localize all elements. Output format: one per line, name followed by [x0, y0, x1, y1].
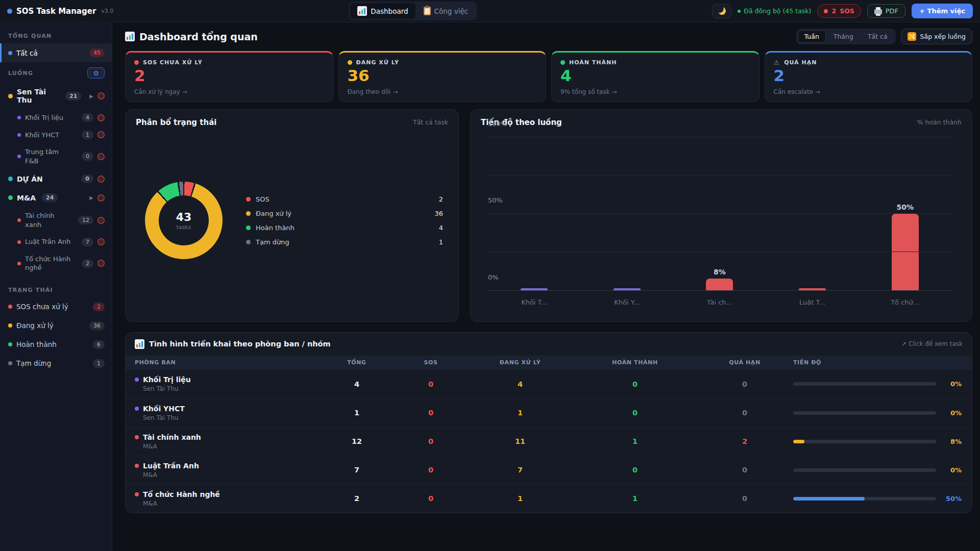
column-header-4: HOÀN THÀNH [574, 359, 696, 366]
department-cell: Luật Trần AnhM&A [135, 462, 318, 479]
tab-tasks[interactable]: Công việc [416, 3, 476, 19]
column-header-5: QUÁ HẠN [696, 359, 793, 366]
status-count-badge: 6 [93, 340, 105, 349]
stat-card-footer: Cần xử lý ngay → [134, 88, 324, 95]
charts-row: Phân bổ trạng thái Tất cả task 43 tasks … [125, 109, 972, 322]
table-row-4[interactable]: Tổ chức Hành nghềM&A2011050% [126, 484, 972, 513]
main-nav-tabs: Dashboard Công việc [349, 2, 477, 20]
sidebar-item-all-label: Tất cả [16, 49, 38, 57]
sos-cell: 0 [395, 466, 467, 474]
sidebar-flow-2-child-2[interactable]: Tổ chức Hành nghề2 [0, 251, 112, 277]
progress-cell: 8% [793, 438, 963, 445]
progress-bar [793, 497, 936, 500]
target-icon[interactable] [97, 92, 105, 99]
sidebar-flow-0-child-2[interactable]: Trung tâm F&B0 [0, 143, 112, 169]
bar-4[interactable] [892, 214, 919, 291]
stat-card-footer: Đang theo dõi → [348, 88, 537, 95]
table-row-3[interactable]: Luật Trần AnhM&A707000% [126, 456, 972, 484]
bar-category-label: Tổ chứ... [859, 298, 951, 306]
flow-list: Sen Tài Thu21▶Khối Trị liệu4Khối YHCT1Tr… [0, 83, 112, 277]
section-header-status: TRẠNG THÁI [0, 282, 112, 297]
sidebar-item-all[interactable]: Tất cả 45 [0, 43, 112, 62]
table-row-2[interactable]: Tài chính xanhM&A12011128% [126, 427, 972, 456]
flow-child-dot-icon [17, 262, 21, 265]
bar-2[interactable] [706, 279, 733, 291]
progress-bar [793, 440, 936, 443]
flow-child-label: Luật Trần Anh [25, 237, 71, 246]
target-icon[interactable] [97, 176, 105, 183]
stat-card-3[interactable]: ⚠QUÁ HẠN2Cần escalate → [765, 51, 973, 102]
period-tab-2[interactable]: Tất cả [861, 30, 894, 43]
moon-icon [718, 7, 726, 15]
table-row-0[interactable]: Khối Trị liệuSen Tài Thu404000% [126, 370, 972, 398]
legend-item-0: SOS2 [246, 192, 443, 206]
stat-card-0[interactable]: SOS CHƯA XỬ LÝ2Cần xử lý ngay → [125, 51, 333, 102]
sidebar-status-2[interactable]: Hoàn thành6 [0, 335, 112, 354]
stat-card-2[interactable]: HOÀN THÀNH49% tổng số task → [551, 51, 760, 102]
bar-slot-0 [488, 137, 581, 291]
sync-status: Đã đồng bộ (45 task) [738, 7, 811, 15]
target-icon[interactable] [97, 238, 105, 245]
department-group: M&A [143, 500, 318, 507]
table-row-1[interactable]: Khối YHCTSen Tài Thu101000% [126, 398, 972, 427]
warning-icon: ⚠ [774, 59, 780, 66]
sidebar-flow-0[interactable]: Sen Tài Thu21▶ [0, 83, 112, 109]
sidebar-flow-2[interactable]: M&A24▶ [0, 188, 112, 207]
donut-chart-title: Phân bổ trạng thái [136, 118, 216, 127]
sidebar-flow-0-child-0[interactable]: Khối Trị liệu4 [0, 109, 112, 127]
status-dot-icon [8, 305, 12, 309]
progress-bar [793, 411, 936, 415]
total-cell: 1 [318, 409, 395, 417]
export-pdf-button[interactable]: PDF [867, 4, 905, 18]
add-task-button[interactable]: + Thêm việc [912, 4, 973, 18]
done-cell: 0 [574, 466, 696, 474]
legend-dot-icon [246, 226, 251, 230]
tab-dashboard[interactable]: Dashboard [350, 3, 415, 19]
flow-count-badge: 0 [81, 174, 93, 183]
bars: 8%50% [488, 137, 951, 291]
sort-flows-button[interactable]: Sắp xếp luồng [901, 29, 972, 44]
sidebar-flow-1[interactable]: DỰ ÁN0 [0, 169, 112, 188]
overdue-cell: 0 [696, 494, 793, 503]
total-cell: 12 [318, 437, 395, 445]
expand-play-icon[interactable]: ▶ [89, 93, 93, 99]
department-group: Sen Tài Thu [143, 414, 318, 421]
flow-dot-icon [8, 177, 13, 181]
department-name: Khối Trị liệu [135, 375, 318, 384]
in-progress-cell: 1 [467, 409, 574, 417]
done-cell: 0 [574, 380, 696, 388]
target-icon[interactable] [97, 153, 105, 160]
target-icon[interactable] [97, 260, 105, 267]
app-title: SOS Task Manager [16, 7, 96, 16]
sidebar-status-1[interactable]: Đang xử lý36 [0, 316, 112, 335]
sidebar-status-3[interactable]: Tạm dừng1 [0, 354, 112, 373]
theme-toggle-button[interactable] [712, 4, 731, 18]
donut-total: 43 [176, 211, 192, 223]
target-icon[interactable] [97, 114, 105, 121]
sidebar-flow-2-child-1[interactable]: Luật Trần Anh7 [0, 233, 112, 251]
period-tab-1[interactable]: Tháng [827, 30, 860, 43]
done-cell: 1 [574, 437, 696, 445]
expand-play-icon[interactable]: ▶ [89, 195, 93, 201]
sidebar-flow-2-child-0[interactable]: Tài chính xanh12 [0, 207, 112, 233]
legend-label: Đang xử lý [256, 210, 291, 217]
column-header-3: ĐANG XỬ LÝ [467, 359, 574, 366]
legend-value: 1 [439, 238, 443, 246]
flow-child-count-badge: 12 [78, 216, 93, 224]
sidebar-status-0[interactable]: SOS chưa xử lý2 [0, 297, 112, 316]
department-dot-icon [135, 378, 139, 382]
target-icon[interactable] [97, 217, 105, 224]
legend-label: SOS [256, 195, 270, 203]
legend-dot-icon [246, 211, 251, 216]
target-icon[interactable] [97, 131, 105, 138]
stat-dot-icon [348, 60, 352, 65]
target-icon[interactable] [97, 194, 105, 202]
sos-alert-badge[interactable]: 2 SOS [817, 4, 861, 18]
stat-card-1[interactable]: ĐANG XỬ LÝ36Đang theo dõi → [338, 51, 547, 102]
period-tab-0[interactable]: Tuần [798, 30, 826, 43]
flow-child-label: Khối Trị liệu [25, 113, 63, 122]
sidebar-flow-0-child-1[interactable]: Khối YHCT1 [0, 127, 112, 144]
flow-child-dot-icon [17, 116, 21, 119]
overdue-cell: 0 [696, 466, 793, 474]
flows-settings-button[interactable]: ⚙ [87, 67, 105, 79]
